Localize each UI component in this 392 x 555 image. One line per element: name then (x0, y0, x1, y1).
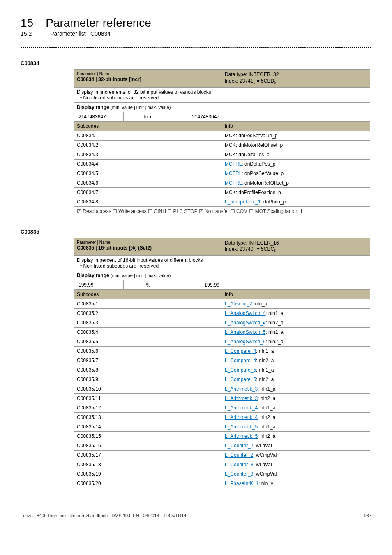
info-link[interactable]: L_AnalogSwitch_5 (225, 329, 265, 335)
chapter-number: 15 (21, 16, 33, 30)
info-header: Info (222, 121, 370, 131)
subcode-cell: C00834/4 (74, 159, 222, 169)
info-cell: L_Compare_5: nIn2_a (222, 375, 370, 384)
param-datatype: Data type: INTEGER_16 (225, 240, 367, 247)
info-cell: L_PhaseIntK_1: nIn_v (222, 479, 370, 488)
chapter-header: 15 Parameter reference (21, 16, 371, 30)
info-link[interactable]: MCTRL (225, 171, 242, 176)
access-flags: ☑ Read access ☐ Write access ☐ CINH ☐ PL… (74, 206, 370, 216)
info-cell: L_AnalogSwitch_4: nIn2_a (222, 318, 370, 328)
info-cell: L_Arithmetik_3: nIn2_a (222, 394, 370, 403)
subcode-cell: C00835/8 (74, 365, 222, 375)
info-link[interactable]: L_Compare_5 (225, 377, 256, 382)
param-name-value: C00835 | 16-bit inputs [%] (Set2) (77, 245, 219, 251)
info-link[interactable]: L_AnalogSwitch_4 (225, 320, 265, 326)
subcode-cell: C00835/7 (74, 356, 222, 365)
divider (21, 47, 371, 48)
info-link[interactable]: L_PhaseIntK_1 (225, 481, 258, 486)
info-link[interactable]: L_AnalogSwitch_5 (225, 339, 265, 345)
subcode-cell: C00835/9 (74, 375, 222, 384)
info-link[interactable]: MCTRL (225, 180, 242, 186)
info-cell: L_Counter_2: wCmpVal (222, 451, 370, 460)
range-min: -199.99 (74, 280, 124, 290)
info-link[interactable]: L_Counter_3 (225, 471, 253, 477)
subcode-cell: C00834/8 (74, 197, 222, 206)
info-cell: L_Arithmetik_5: nIn2_a (222, 432, 370, 441)
info-cell: MCK: dnDeltaPos_p (222, 150, 370, 159)
info-cell: L_Arithmetik_4: nIn2_a (222, 413, 370, 422)
info-cell: MCTRL: dnDeltaPos_p (222, 159, 370, 169)
subcode-cell: C00834/1 (74, 131, 222, 140)
info-cell: MCK: dnProfilePosition_p (222, 187, 370, 197)
info-cell: L_Absolut_2: nIn_a (222, 299, 370, 309)
subcode-cell: C00835/6 (74, 347, 222, 356)
info-link[interactable]: L_Compare_5 (225, 367, 256, 373)
param-meta-cell: Data type: INTEGER_32 Index: 23741d = 5C… (222, 70, 370, 88)
subcode-cell: C00834/6 (74, 178, 222, 187)
range-unit: Incr. (124, 112, 173, 121)
info-link[interactable]: L_AnalogSwitch_4 (225, 310, 265, 316)
info-cell: MCK: dnMotorRefOffset_p (222, 140, 370, 150)
param-name-cell: Parameter | Name: C00835 | 16-bit inputs… (74, 238, 222, 256)
info-cell: L_Interpolator_1: dnPhiIn_p (222, 197, 370, 206)
info-link[interactable]: L_Arithmetik_4 (225, 405, 258, 411)
section-header: 15.2 Parameter list | C00834 (21, 30, 371, 37)
subcode-cell: C00835/19 (74, 469, 222, 479)
empty-cell (222, 102, 370, 121)
footer-left: Lenze · 8400 HighLine · Referenzhandbuch… (21, 513, 186, 518)
subcodes-header: Subcodes (74, 290, 222, 299)
info-link[interactable]: L_Counter_2 (225, 452, 253, 458)
info-link[interactable]: L_Compare_4 (225, 358, 256, 363)
subcode-cell: C00835/3 (74, 318, 222, 328)
subcode-cell: C00834/7 (74, 187, 222, 197)
chapter-title: Parameter reference (46, 16, 151, 30)
param-meta-cell: Data type: INTEGER_16 Index: 23740d = 5C… (222, 238, 370, 256)
page-footer: Lenze · 8400 HighLine · Referenzhandbuch… (21, 513, 371, 518)
info-link[interactable]: L_Counter_2 (225, 443, 253, 449)
info-link[interactable]: L_Absolut_2 (225, 301, 252, 307)
subcode-cell: C00835/16 (74, 441, 222, 451)
footer-page-number: 987 (364, 513, 371, 518)
empty-cell (222, 271, 370, 290)
info-link[interactable]: L_Arithmetik_3 (225, 386, 258, 392)
param-datatype: Data type: INTEGER_32 (225, 72, 367, 78)
display-range-label: Display range (min. value | unit | max. … (74, 271, 222, 280)
info-link[interactable]: L_Arithmetik_4 (225, 414, 258, 420)
info-link[interactable]: L_Arithmetik_5 (225, 424, 258, 430)
info-link[interactable]: L_Arithmetik_5 (225, 433, 258, 439)
range-max: 2147483647 (173, 112, 222, 121)
range-max: 199.99 (173, 280, 222, 290)
info-cell: MCK: dnPosSetValue_p (222, 131, 370, 140)
subcode-cell: C00835/15 (74, 432, 222, 441)
info-cell: L_Compare_5: nIn1_a (222, 365, 370, 375)
info-cell: MCTRL: dnPosSetValue_p (222, 169, 370, 178)
info-cell: L_Counter_2: wLdVal (222, 441, 370, 451)
info-cell: L_AnalogSwitch_4: nIn1_a (222, 309, 370, 318)
info-link[interactable]: L_Arithmetik_3 (225, 395, 258, 401)
subcode-cell: C00835/1 (74, 299, 222, 309)
info-cell: L_AnalogSwitch_5: nIn1_a (222, 328, 370, 337)
info-link[interactable]: L_Compare_4 (225, 348, 256, 354)
param-name-cell: Parameter | Name: C00834 | 32-bit inputs… (74, 70, 222, 88)
info-link[interactable]: L_Interpolator_1 (225, 199, 261, 205)
param-name-value: C00834 | 32-bit inputs [incr] (77, 76, 219, 82)
info-cell: L_Compare_4: nIn1_a (222, 347, 370, 356)
param-heading-c00834: C00834 (21, 60, 371, 66)
param-name-label: Parameter | Name: (77, 240, 219, 245)
subcode-cell: C00835/11 (74, 394, 222, 403)
info-link[interactable]: L_Counter_3 (225, 462, 253, 467)
section-title: Parameter list | C00834 (50, 30, 111, 37)
subcode-cell: C00835/5 (74, 337, 222, 347)
info-cell: L_AnalogSwitch_5: nIn2_a (222, 337, 370, 347)
info-link[interactable]: MCTRL (225, 161, 242, 167)
info-cell: L_Counter_3: wCmpVal (222, 469, 370, 479)
info-cell: MCTRL: dnMotorRefOffset_p (222, 178, 370, 187)
param-index: Index: 23740d = 5CBCh (225, 246, 367, 254)
subcode-cell: C00835/2 (74, 309, 222, 318)
range-unit: % (124, 280, 173, 290)
section-number: 15.2 (21, 30, 32, 37)
subcode-cell: C00835/13 (74, 413, 222, 422)
subcode-cell: C00834/3 (74, 150, 222, 159)
param-description: Display in [increments] of 32 bit input … (74, 87, 370, 102)
param-table-c00835: Parameter | Name: C00835 | 16-bit inputs… (74, 238, 370, 489)
